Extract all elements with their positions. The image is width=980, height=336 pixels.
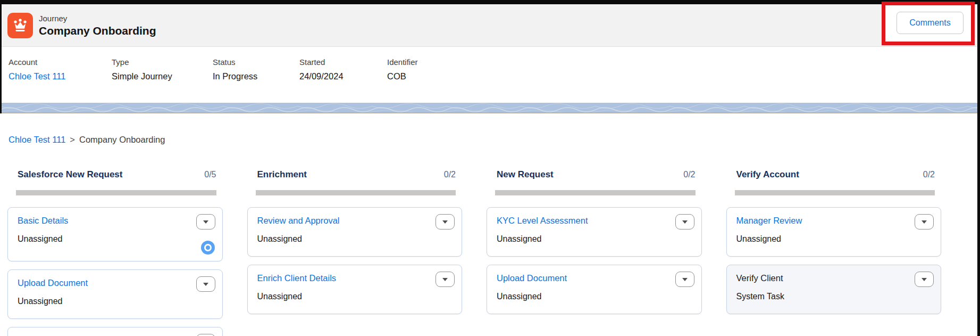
field-status-value: In Progress (213, 69, 299, 83)
field-status: Status In Progress (213, 56, 299, 103)
field-started-label: Started (299, 56, 387, 68)
detail-field-row: Account Chloe Test 111 Type Simple Journ… (0, 47, 980, 103)
task-link[interactable]: Enrich Client Details (257, 272, 337, 284)
chevron-down-icon (203, 220, 208, 224)
column-title: Verify Account (736, 168, 799, 181)
column-count: 0/2 (923, 170, 935, 179)
field-type-label: Type (112, 56, 213, 68)
column-progress-bar (16, 190, 216, 195)
chevron-down-icon (442, 220, 448, 224)
chevron-down-icon (203, 283, 208, 286)
task-menu-button[interactable] (435, 214, 455, 230)
field-account: Account Chloe Test 111 (9, 56, 112, 103)
task-menu-button[interactable] (196, 214, 215, 230)
task-link[interactable]: Review and Approval (257, 215, 340, 226)
task-link[interactable]: Upload Document (497, 272, 567, 284)
task-link[interactable]: KYC Level Assessment (497, 215, 588, 226)
column-enrichment: Enrichment 0/2 Review and Approval Unass… (247, 168, 463, 336)
decorative-banner (0, 103, 980, 113)
chevron-down-icon (922, 278, 927, 281)
task-assignee: Unassigned (497, 233, 674, 244)
breadcrumb-separator: > (70, 135, 75, 145)
task-card: Upload Document Unassigned (487, 265, 702, 314)
task-assignee: Unassigned (18, 233, 195, 244)
chevron-down-icon (442, 278, 448, 281)
column-title: Salesforce New Request (18, 168, 122, 181)
breadcrumb-current: Company Onboarding (79, 135, 165, 145)
field-started-value: 24/09/2024 (299, 69, 387, 83)
task-menu-button[interactable] (196, 334, 215, 336)
field-account-label: Account (9, 56, 112, 68)
column-new-request: New Request 0/2 KYC Level Assessment Una… (487, 168, 702, 336)
field-started: Started 24/09/2024 (299, 56, 387, 103)
window-right-edge (977, 0, 980, 336)
task-card: Manager Review Unassigned (726, 207, 942, 257)
task-menu-button[interactable] (915, 272, 934, 287)
task-assignee: Unassigned (257, 233, 434, 244)
task-link[interactable]: Basic Details (18, 215, 68, 226)
field-account-value-link[interactable]: Chloe Test 111 (9, 69, 112, 83)
task-assignee: Unassigned (736, 233, 914, 244)
task-menu-button[interactable] (915, 214, 934, 230)
record-header: Journey Company Onboarding (0, 4, 980, 47)
breadcrumb-account-link[interactable]: Chloe Test 111 (9, 135, 65, 145)
task-assignee: System Task (736, 291, 914, 302)
window-left-edge (0, 0, 2, 113)
task-card: Enrich Client Details Unassigned (247, 265, 463, 314)
column-progress-bar (735, 190, 935, 195)
page-title: Company Onboarding (39, 23, 156, 38)
task-assignee: Unassigned (18, 296, 195, 307)
field-identifier-label: Identifier (387, 56, 418, 68)
task-card: Upload Document Unassigned (7, 269, 223, 319)
column-salesforce-new-request: Salesforce New Request 0/5 Basic Details… (7, 168, 223, 336)
entity-label: Journey (39, 13, 156, 23)
system-task-card: Verify Client System Task (726, 265, 942, 314)
kanban-board: Salesforce New Request 0/5 Basic Details… (0, 168, 980, 336)
column-title: New Request (497, 168, 554, 181)
active-step-badge-icon (201, 241, 215, 255)
breadcrumb: Chloe Test 111 > Company Onboarding (9, 135, 165, 145)
task-link[interactable]: Upload Document (18, 277, 88, 289)
task-menu-button[interactable] (435, 272, 455, 287)
task-card: Basic Details Unassigned (7, 207, 223, 261)
chevron-down-icon (682, 220, 688, 224)
window-top-edge (0, 0, 980, 4)
task-card: Review and Approval Unassigned (247, 207, 463, 257)
column-count: 0/2 (444, 170, 456, 179)
field-status-label: Status (213, 56, 299, 68)
task-assignee: Unassigned (257, 291, 434, 302)
task-assignee: Unassigned (497, 291, 674, 302)
column-verify-account: Verify Account 0/2 Manager Review Unassi… (726, 168, 942, 336)
task-menu-button[interactable] (196, 276, 215, 292)
column-progress-bar (256, 190, 456, 195)
task-card: KYC Level Assessment Unassigned (487, 207, 702, 257)
column-title: Enrichment (257, 168, 307, 181)
field-identifier: Identifier COB (387, 56, 418, 103)
journey-crown-icon (7, 13, 33, 38)
chevron-down-icon (682, 278, 688, 281)
column-count: 0/5 (204, 170, 216, 179)
column-count: 0/2 (683, 170, 695, 179)
column-progress-bar (495, 190, 696, 195)
task-link[interactable]: Manager Review (736, 215, 802, 226)
field-identifier-value: COB (387, 69, 418, 83)
task-card-partial (7, 327, 223, 336)
task-title: Verify Client (736, 272, 783, 284)
chevron-down-icon (922, 220, 927, 224)
task-menu-button[interactable] (675, 214, 694, 230)
task-menu-button[interactable] (675, 272, 694, 287)
field-type: Type Simple Journey (112, 56, 213, 103)
comments-button[interactable]: Comments (897, 12, 964, 34)
field-type-value: Simple Journey (112, 69, 213, 83)
